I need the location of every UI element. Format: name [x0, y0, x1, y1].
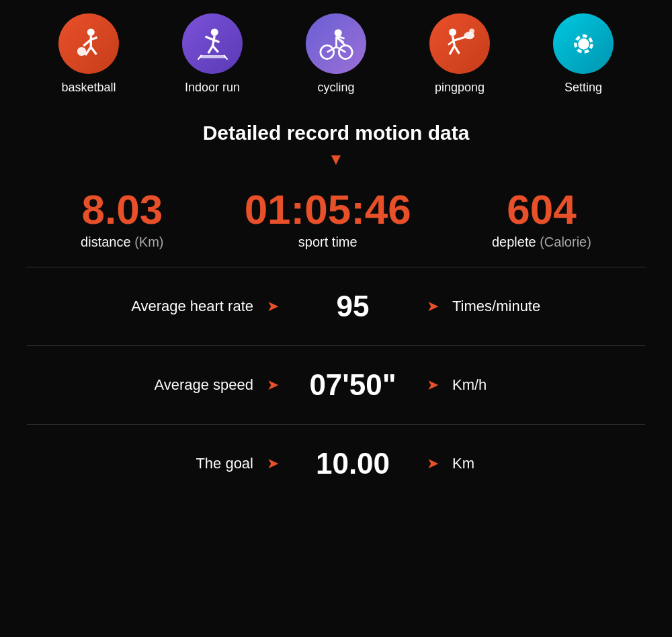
heart-rate-unit: Times/minute	[452, 298, 553, 315]
svg-line-11	[208, 46, 212, 53]
setting-icon	[553, 13, 614, 74]
stat-sport-time-label: sport time	[298, 235, 358, 250]
goal-unit: Km	[452, 455, 553, 472]
goal-arrow: ➤	[267, 455, 279, 472]
svg-point-32	[469, 28, 474, 34]
section-title: Detailed record motion data	[0, 122, 672, 144]
stat-distance-label: distance (Km)	[81, 235, 163, 250]
stat-sport-time-value: 01:05:46	[245, 189, 411, 230]
svg-point-0	[87, 28, 94, 36]
setting-label: Setting	[564, 81, 602, 95]
svg-line-12	[212, 46, 218, 52]
svg-point-25	[449, 28, 456, 36]
stat-deplete-value: 604	[507, 189, 576, 230]
avg-speed-value: 07'50"	[292, 368, 413, 402]
indoor-run-icon	[182, 13, 243, 74]
svg-point-16	[334, 29, 341, 36]
nav-item-setting[interactable]: Setting	[553, 13, 614, 95]
stat-distance: 8.03 distance (Km)	[81, 189, 163, 250]
detail-avg-speed: Average speed ➤ 07'50" ➤ Km/h	[0, 356, 672, 414]
svg-line-9	[205, 36, 212, 39]
heart-rate-label: Average heart rate	[119, 298, 253, 315]
pingpong-icon	[429, 13, 490, 74]
nav-item-basketball[interactable]: basketball	[58, 13, 119, 95]
pingpong-label: pingpong	[435, 81, 485, 95]
divider-1	[27, 267, 645, 267]
svg-line-30	[450, 46, 454, 54]
svg-line-4	[85, 46, 91, 54]
cycling-label: cycling	[317, 81, 354, 95]
nav-item-indoor-run[interactable]: Indoor run	[182, 13, 243, 95]
stat-distance-value: 8.03	[81, 189, 163, 230]
cycling-icon	[306, 13, 366, 74]
heart-rate-arrow: ➤	[267, 298, 279, 315]
heart-rate-arrow2: ➤	[427, 298, 439, 315]
goal-label: The goal	[119, 455, 253, 472]
svg-point-6	[77, 46, 85, 55]
avg-speed-arrow2: ➤	[427, 376, 439, 394]
indoor-run-label: Indoor run	[185, 81, 240, 95]
svg-point-7	[210, 28, 218, 36]
avg-speed-arrow: ➤	[267, 376, 279, 394]
top-navigation: basketball Indoor run	[0, 0, 672, 101]
divider-3	[27, 424, 645, 425]
svg-line-31	[454, 46, 459, 54]
section-arrow-down: ▼	[0, 150, 672, 169]
detail-goal: The goal ➤ 10.00 ➤ Km	[0, 435, 672, 493]
goal-value: 10.00	[292, 447, 413, 480]
basketball-icon	[58, 13, 119, 74]
stat-sport-time: 01:05:46 sport time	[245, 189, 411, 250]
divider-2	[27, 345, 645, 346]
stats-row: 8.03 distance (Km) 01:05:46 sport time 6…	[0, 182, 672, 257]
basketball-label: basketball	[61, 81, 116, 95]
svg-rect-13	[200, 55, 226, 58]
avg-speed-label: Average speed	[119, 376, 253, 394]
stat-deplete: 604 deplete (Calorie)	[492, 189, 591, 250]
nav-item-cycling[interactable]: cycling	[306, 13, 366, 95]
stat-deplete-label: deplete (Calorie)	[492, 235, 591, 250]
detail-heart-rate: Average heart rate ➤ 95 ➤ Times/minute	[0, 278, 672, 335]
avg-speed-unit: Km/h	[452, 376, 553, 394]
nav-item-pingpong[interactable]: pingpong	[429, 13, 490, 95]
svg-line-5	[91, 46, 96, 54]
heart-rate-value: 95	[292, 290, 413, 323]
section-title-container: Detailed record motion data	[0, 122, 672, 144]
svg-point-33	[578, 38, 589, 50]
goal-arrow2: ➤	[427, 455, 439, 472]
